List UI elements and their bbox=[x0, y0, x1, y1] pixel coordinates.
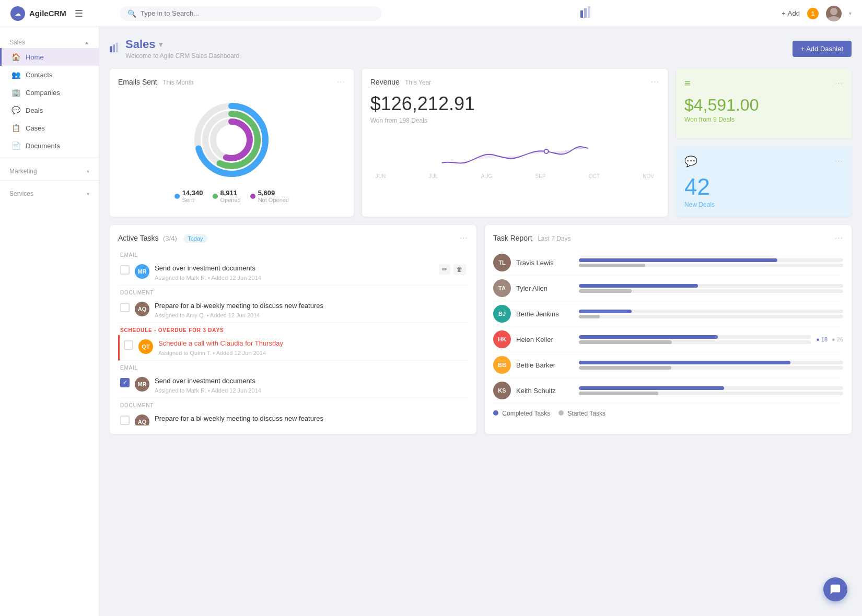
contacts-icon: 👥 bbox=[11, 70, 20, 79]
companies-icon: 🏢 bbox=[11, 88, 20, 97]
task-item: ✓MRSend over investment documentsAssigne… bbox=[118, 373, 468, 398]
sidebar-section-marketing[interactable]: Marketing ▾ bbox=[0, 161, 99, 177]
svg-rect-0 bbox=[580, 10, 583, 18]
sent-value: 14,340 bbox=[182, 189, 203, 197]
won-card-menu[interactable]: ··· bbox=[835, 79, 843, 88]
logo-area: ☁ AgileCRM ☰ bbox=[10, 6, 110, 21]
content-area: Sales ▾ Welcome to Agile CRM Sales Dashb… bbox=[99, 27, 862, 616]
add-dashlet-button[interactable]: + Add Dashlet bbox=[793, 41, 852, 57]
donut-legend: 14,340 Sent 8,911 Opened bbox=[174, 189, 289, 203]
new-deals-number: 42 bbox=[684, 174, 843, 200]
task-checkbox[interactable]: ✓ bbox=[120, 378, 130, 387]
completed-num: ● 18 bbox=[816, 336, 828, 342]
services-chevron[interactable]: ▾ bbox=[87, 191, 89, 197]
title-dropdown-icon[interactable]: ▾ bbox=[159, 40, 162, 49]
svg-rect-7 bbox=[116, 42, 118, 52]
started-bar-fill bbox=[579, 264, 645, 267]
won-icon: ≡ bbox=[684, 77, 691, 89]
revenue-sub: Won from 198 Deals bbox=[370, 117, 659, 124]
won-card-header: ≡ ··· bbox=[684, 77, 843, 89]
tasks-card-menu[interactable]: ··· bbox=[460, 233, 468, 243]
task-title: Prepare for a bi-weekly meeting to discu… bbox=[155, 302, 466, 311]
completed-legend-label: Completed Tasks bbox=[502, 410, 550, 417]
revenue-x-labels: JUN JUL AUG SEP OCT NOV bbox=[370, 173, 659, 179]
cases-icon: 📋 bbox=[11, 124, 20, 132]
started-bar-bg bbox=[579, 392, 843, 395]
sidebar-section-services[interactable]: Services ▾ bbox=[0, 184, 99, 199]
task-item: MRSend over investment documentsAssigned… bbox=[118, 260, 468, 286]
task-avatar: MR bbox=[135, 377, 149, 392]
task-title: Send over investment documents bbox=[155, 264, 434, 273]
legend-completed: Completed Tasks bbox=[493, 410, 550, 417]
task-title: Prepare for a bi-weekly meeting to discu… bbox=[155, 414, 466, 423]
completed-bar-fill bbox=[579, 310, 632, 313]
user-avatar[interactable] bbox=[826, 6, 842, 21]
revenue-card-period: This Year bbox=[405, 79, 431, 86]
sidebar-item-contacts[interactable]: 👥 Contacts bbox=[0, 66, 99, 84]
completed-bar-fill bbox=[579, 284, 698, 288]
report-row: TATyler Allen bbox=[493, 276, 843, 301]
sidebar-item-deals[interactable]: 💬 Deals bbox=[0, 101, 99, 119]
report-person-name: Bertie Jenkins bbox=[516, 310, 574, 318]
started-bar-fill bbox=[579, 392, 658, 395]
report-card-menu[interactable]: ··· bbox=[835, 233, 843, 243]
svg-point-14 bbox=[544, 149, 548, 153]
task-checkbox[interactable] bbox=[120, 303, 130, 312]
new-deals-label: New Deals bbox=[684, 201, 843, 208]
report-legend: Completed Tasks Started Tasks bbox=[493, 410, 843, 417]
task-checkbox[interactable] bbox=[120, 416, 130, 425]
report-avatar: HK bbox=[493, 330, 511, 348]
emails-card-menu[interactable]: ··· bbox=[336, 77, 345, 87]
newdeals-card-menu[interactable]: ··· bbox=[835, 157, 843, 166]
marketing-chevron[interactable]: ▾ bbox=[87, 169, 89, 174]
task-title: Send over investment documents bbox=[155, 377, 466, 386]
completed-bar-bg bbox=[579, 361, 843, 364]
add-button[interactable]: + Add bbox=[782, 9, 800, 17]
revenue-card-menu[interactable]: ··· bbox=[651, 77, 659, 87]
report-row: BBBettie Barker bbox=[493, 352, 843, 378]
home-icon: 🏠 bbox=[11, 53, 20, 61]
opened-label: Opened bbox=[220, 197, 241, 203]
donut-area: 14,340 Sent 8,911 Opened bbox=[118, 93, 345, 208]
legend-started: Started Tasks bbox=[558, 410, 605, 417]
started-bar-bg bbox=[579, 340, 811, 344]
task-edit-button[interactable]: ✏ bbox=[439, 264, 450, 275]
sidebar-item-home[interactable]: 🏠 Home bbox=[0, 48, 99, 66]
page-title: Sales ▾ bbox=[125, 38, 240, 51]
sidebar-item-documents[interactable]: 📄 Documents bbox=[0, 137, 99, 155]
emails-card-header: Emails Sent This Month ··· bbox=[118, 77, 345, 87]
sent-label: Sent bbox=[182, 197, 203, 203]
report-nums: ● 18 ● 26 bbox=[816, 336, 843, 342]
task-avatar: AQ bbox=[135, 414, 149, 425]
task-content: Schedule a call with Claudia for Thursda… bbox=[158, 339, 466, 356]
report-title: Task Report bbox=[493, 234, 532, 242]
report-list: TLTravis LewisTATyler AllenBJBertie Jenk… bbox=[493, 250, 843, 404]
notification-badge[interactable]: 1 bbox=[807, 8, 819, 19]
task-report-card: Task Report Last 7 Days ··· TLTravis Lew… bbox=[485, 225, 852, 434]
started-bar-fill bbox=[579, 315, 600, 318]
task-meta: Assigned to Amy Q. • Added 12 Jun 2014 bbox=[155, 312, 466, 318]
sidebar: Sales ▲ 🏠 Home 👥 Contacts 🏢 Companies 💬 … bbox=[0, 27, 99, 616]
completed-bar-fill bbox=[579, 335, 718, 339]
report-row: HKHelen Keller● 18 ● 26 bbox=[493, 327, 843, 352]
search-input[interactable] bbox=[141, 9, 374, 17]
search-area[interactable]: 🔍 bbox=[120, 6, 381, 21]
task-type-label: EMAIL bbox=[118, 252, 468, 258]
hamburger-icon[interactable]: ☰ bbox=[75, 8, 83, 19]
sales-chevron[interactable]: ▲ bbox=[84, 40, 89, 45]
completed-bar-bg bbox=[579, 335, 811, 339]
emails-sent-card: Emails Sent This Month ··· bbox=[110, 69, 354, 217]
chat-fab-button[interactable] bbox=[823, 577, 847, 601]
task-meta: Assigned to Mark R. • Added 12 Jun 2014 bbox=[155, 387, 466, 394]
svg-rect-5 bbox=[110, 46, 112, 52]
svg-rect-2 bbox=[588, 6, 590, 18]
user-dropdown-icon[interactable]: ▾ bbox=[849, 10, 852, 16]
task-checkbox[interactable] bbox=[120, 265, 130, 275]
legend-opened: 8,911 Opened bbox=[213, 189, 241, 203]
task-delete-button[interactable]: 🗑 bbox=[453, 264, 466, 275]
sidebar-item-companies[interactable]: 🏢 Companies bbox=[0, 84, 99, 101]
sidebar-item-cases[interactable]: 📋 Cases bbox=[0, 119, 99, 137]
task-checkbox[interactable] bbox=[124, 340, 133, 350]
donut-chart bbox=[190, 98, 273, 182]
task-title: Schedule a call with Claudia for Thursda… bbox=[158, 339, 466, 348]
